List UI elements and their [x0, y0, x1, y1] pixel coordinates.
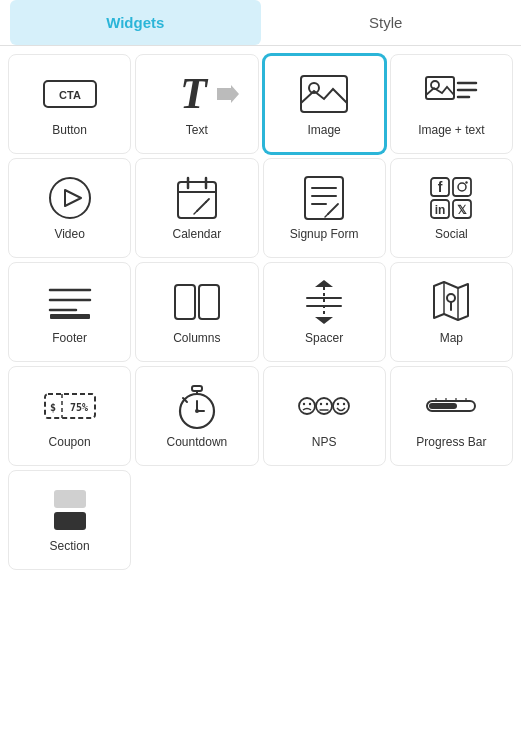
image-icon: [300, 73, 348, 115]
signup-form-label: Signup Form: [290, 227, 359, 241]
svg-text:𝕏: 𝕏: [457, 203, 467, 217]
widget-image[interactable]: Image: [263, 54, 386, 154]
widget-signup-form[interactable]: Signup Form: [263, 158, 386, 258]
svg-rect-78: [54, 512, 86, 530]
video-icon: [46, 177, 94, 219]
button-label: Button: [52, 123, 87, 137]
svg-point-62: [303, 403, 305, 405]
svg-text:T: T: [180, 69, 209, 118]
svg-point-68: [333, 398, 349, 414]
widget-map[interactable]: Map: [390, 262, 513, 362]
svg-line-24: [328, 204, 338, 214]
widget-social[interactable]: f in 𝕏 Social: [390, 158, 513, 258]
video-label: Video: [54, 227, 84, 241]
svg-marker-3: [217, 85, 239, 103]
columns-icon: [173, 281, 221, 323]
svg-rect-28: [453, 178, 471, 196]
svg-point-61: [299, 398, 315, 414]
nps-label: NPS: [312, 435, 337, 449]
svg-point-29: [458, 183, 466, 191]
svg-point-11: [50, 178, 90, 218]
svg-point-30: [466, 181, 468, 183]
widget-spacer[interactable]: Spacer: [263, 262, 386, 362]
calendar-label: Calendar: [173, 227, 222, 241]
svg-rect-4: [301, 76, 347, 112]
widget-grid: CTA Button T Text Image: [0, 46, 521, 578]
svg-point-48: [447, 294, 455, 302]
svg-point-70: [343, 403, 345, 405]
calendar-icon: [173, 177, 221, 219]
svg-line-25: [325, 214, 328, 217]
section-icon: [46, 489, 94, 531]
progress-bar-icon: [427, 385, 475, 427]
svg-rect-40: [199, 285, 219, 319]
spacer-icon: [300, 281, 348, 323]
text-label: Text: [186, 123, 208, 137]
footer-label: Footer: [52, 331, 87, 345]
svg-line-18: [194, 211, 197, 214]
image-text-label: Image + text: [418, 123, 484, 137]
button-icon: CTA: [46, 73, 94, 115]
tab-style[interactable]: Style: [261, 0, 512, 45]
svg-text:f: f: [438, 179, 443, 195]
widget-footer[interactable]: Footer: [8, 262, 131, 362]
countdown-icon: [173, 385, 221, 427]
widget-nps[interactable]: NPS: [263, 366, 386, 466]
footer-icon: [46, 281, 94, 323]
widget-columns[interactable]: Columns: [135, 262, 258, 362]
widget-calendar[interactable]: Calendar: [135, 158, 258, 258]
widget-coupon[interactable]: $ 75% Coupon: [8, 366, 131, 466]
svg-marker-43: [315, 317, 333, 324]
widget-section[interactable]: Section: [8, 470, 131, 570]
svg-text:75%: 75%: [70, 402, 88, 413]
svg-marker-42: [315, 280, 333, 287]
svg-rect-39: [175, 285, 195, 319]
svg-rect-13: [178, 182, 216, 218]
coupon-label: Coupon: [49, 435, 91, 449]
svg-rect-6: [426, 77, 454, 99]
svg-rect-72: [429, 403, 457, 409]
columns-label: Columns: [173, 331, 220, 345]
widget-text[interactable]: T Text: [135, 54, 258, 154]
drag-arrow-icon: [217, 85, 239, 103]
tab-bar: Widgets Style: [0, 0, 521, 46]
widget-countdown[interactable]: Countdown: [135, 366, 258, 466]
section-label: Section: [50, 539, 90, 553]
svg-rect-55: [192, 386, 202, 391]
text-icon: T: [173, 73, 221, 115]
coupon-icon: $ 75%: [46, 385, 94, 427]
tab-widgets[interactable]: Widgets: [10, 0, 261, 45]
signup-form-icon: [300, 177, 348, 219]
svg-point-19: [205, 201, 207, 203]
widget-progress-bar[interactable]: Progress Bar: [390, 366, 513, 466]
svg-point-69: [337, 403, 339, 405]
widget-image-text[interactable]: Image + text: [390, 54, 513, 154]
svg-rect-20: [305, 177, 343, 219]
svg-point-65: [320, 403, 322, 405]
svg-rect-38: [50, 314, 90, 319]
social-icon: f in 𝕏: [427, 177, 475, 219]
svg-rect-77: [54, 490, 86, 508]
svg-marker-12: [65, 190, 81, 206]
map-label: Map: [440, 331, 463, 345]
widget-video[interactable]: Video: [8, 158, 131, 258]
svg-text:in: in: [435, 203, 446, 217]
map-icon: [427, 281, 475, 323]
svg-point-66: [326, 403, 328, 405]
svg-line-17: [197, 199, 209, 211]
nps-icon: [300, 385, 348, 427]
social-label: Social: [435, 227, 468, 241]
widget-button[interactable]: CTA Button: [8, 54, 131, 154]
countdown-label: Countdown: [167, 435, 228, 449]
svg-point-64: [316, 398, 332, 414]
svg-text:$: $: [50, 402, 56, 413]
spacer-label: Spacer: [305, 331, 343, 345]
image-label: Image: [307, 123, 340, 137]
progress-bar-label: Progress Bar: [416, 435, 486, 449]
svg-text:CTA: CTA: [59, 89, 81, 101]
svg-point-63: [309, 403, 311, 405]
image-text-icon: [427, 73, 475, 115]
svg-point-60: [195, 409, 199, 413]
